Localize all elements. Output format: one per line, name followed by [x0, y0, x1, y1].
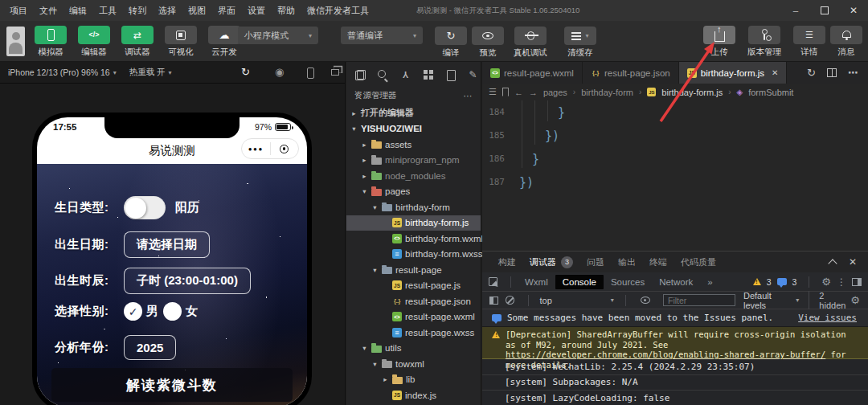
gender-female-radio[interactable]	[163, 302, 182, 321]
tree-item-birthday-form-wxml[interactable]: birthday-form.wxml	[346, 231, 481, 247]
upload-button[interactable]: 上传	[698, 26, 741, 58]
birth-date-picker[interactable]: 请选择日期	[124, 231, 210, 258]
forward-icon[interactable]: →	[529, 88, 538, 97]
restart-icon[interactable]	[241, 67, 250, 77]
maximize-button[interactable]	[810, 0, 839, 21]
calendar-type-toggle[interactable]	[124, 196, 166, 219]
more-actions-icon[interactable]	[848, 68, 858, 78]
expand-panel-icon[interactable]	[828, 259, 837, 268]
tree-item-miniprogram-npm[interactable]: ▸miniprogram_npm	[346, 153, 481, 169]
editor-button[interactable]: 编辑器	[72, 26, 116, 58]
capsule-close-icon[interactable]	[271, 145, 299, 153]
breadcrumb-symbol[interactable]: formSubmit	[748, 88, 793, 97]
back-icon[interactable]: ←	[514, 88, 523, 97]
tree-item-birthday-form-folder[interactable]: ▾birthday-form	[346, 199, 481, 215]
gender-male-radio[interactable]	[124, 302, 142, 321]
hidden-messages-label[interactable]: 2 hidden	[809, 291, 850, 310]
context-select[interactable]: top▾	[534, 296, 618, 305]
split-editor-icon[interactable]	[827, 68, 837, 77]
compile-mode-select[interactable]: 普通编译 ▾	[341, 27, 423, 44]
tree-item-utils[interactable]: ▾utils	[346, 341, 481, 357]
console-settings-icon[interactable]	[850, 294, 860, 306]
filter-input[interactable]	[663, 294, 735, 306]
device-frame-icon[interactable]	[307, 68, 314, 79]
simulator-button[interactable]: 模拟器	[29, 26, 72, 58]
source-control-icon[interactable]	[399, 69, 411, 81]
tab-result-page-wxml[interactable]: result-page.wxml	[482, 62, 583, 84]
tree-item-towxml[interactable]: ▾towxml	[346, 356, 481, 372]
tree-item-result-page-wxml[interactable]: result-page.wxml	[346, 309, 481, 325]
tree-item-assets[interactable]: ▸assets	[346, 137, 481, 153]
outline-icon[interactable]	[489, 87, 497, 97]
menu-edit[interactable]: 编辑	[69, 5, 87, 17]
menu-project[interactable]: 项目	[10, 5, 27, 17]
preview-button[interactable]: 预览	[466, 27, 510, 59]
code-editor[interactable]: 184} 185}) 186} 187})	[482, 100, 868, 251]
log-levels-select[interactable]: Default levels▾	[743, 291, 799, 310]
live-expression-icon[interactable]	[641, 297, 650, 304]
bookmark-icon[interactable]	[502, 88, 509, 96]
menu-select[interactable]: 选择	[158, 5, 176, 17]
breadcrumb-birthday-form[interactable]: birthday-form	[581, 88, 633, 97]
devtools-tab-network[interactable]: Network	[652, 275, 700, 289]
submit-button[interactable]: 解读紫微斗数	[51, 368, 293, 402]
tree-item-birthday-form-js[interactable]: birthday-form.js	[346, 215, 481, 231]
breadcrumb-pages[interactable]: pages	[543, 88, 567, 97]
tree-item-open-editors[interactable]: ▸打开的编辑器	[346, 105, 481, 121]
view-issues-link[interactable]: View issues	[798, 313, 857, 323]
menu-interface[interactable]: 界面	[218, 5, 235, 17]
tree-item-result-page-wxss[interactable]: result-page.wxss	[346, 325, 481, 341]
tree-item-node-modules[interactable]: ▸node_modules	[346, 168, 481, 184]
menu-tools[interactable]: 工具	[99, 5, 117, 17]
search-icon[interactable]	[377, 69, 389, 81]
version-control-button[interactable]: 版本管理	[738, 26, 791, 58]
device-debug-button[interactable]: 真机调试	[505, 27, 556, 59]
gear-icon[interactable]	[821, 276, 831, 288]
tab-problems[interactable]: 问题	[587, 256, 604, 268]
menu-goto[interactable]: 转到	[129, 5, 146, 17]
tree-item-root[interactable]: ▾YISHUOZIWEI	[346, 121, 481, 137]
tab-output[interactable]: 输出	[618, 256, 636, 268]
devtools-tab-sources[interactable]: Sources	[604, 275, 652, 289]
devtools-tab-wxml[interactable]: Wxml	[518, 275, 555, 289]
menu-view[interactable]: 视图	[188, 5, 206, 17]
windows-icon[interactable]	[331, 69, 339, 76]
year-picker[interactable]: 2025	[124, 335, 176, 360]
birth-hour-picker[interactable]: 子时 (23:00-01:00)	[124, 268, 251, 294]
more-actions-icon[interactable]: ⋯	[464, 91, 473, 100]
close-tab-icon[interactable]: ✕	[772, 68, 778, 77]
tree-item-birthday-form-wxss[interactable]: birthday-form.wxss	[346, 247, 481, 263]
deprecation-link[interactable]: https://developer.chrome.com/blog/enabli…	[506, 350, 825, 359]
visualization-button[interactable]: 可视化	[159, 26, 203, 58]
dock-side-icon[interactable]	[852, 278, 862, 286]
clear-console-icon[interactable]	[506, 296, 514, 305]
menu-settings[interactable]: 设置	[248, 5, 265, 17]
inspect-element-icon[interactable]	[489, 277, 497, 286]
edit-icon[interactable]	[467, 69, 479, 81]
console-sidebar-icon[interactable]	[489, 297, 498, 305]
tree-item-result-page-json[interactable]: result-page.json	[346, 293, 481, 309]
close-panel-icon[interactable]: ✕	[849, 256, 857, 268]
tab-debugger[interactable]: 调试器3	[530, 256, 573, 268]
more-tabs-icon[interactable]: »	[700, 275, 719, 289]
tree-item-result-page-js[interactable]: result-page.js	[346, 278, 481, 294]
files-icon[interactable]	[354, 69, 366, 81]
debugger-button[interactable]: 调试器	[116, 26, 159, 58]
tree-item-result-page-folder[interactable]: ▾result-page	[346, 262, 481, 278]
clear-cache-button[interactable]: ▾ 清缓存	[556, 27, 604, 59]
tree-item-lib[interactable]: ▸lib	[346, 372, 481, 388]
file-icon[interactable]	[444, 69, 457, 81]
tab-build[interactable]: 构建	[498, 256, 516, 268]
sync-icon[interactable]	[807, 68, 816, 78]
messages-button[interactable]: 消息	[825, 26, 868, 58]
tab-terminal[interactable]: 终端	[649, 256, 667, 268]
record-icon[interactable]	[275, 67, 284, 77]
tab-birthday-form-js[interactable]: birthday-form.js✕	[679, 62, 788, 84]
close-button[interactable]	[839, 0, 868, 21]
devtools-tab-console[interactable]: Console	[555, 275, 604, 289]
tree-item-index-js[interactable]: index.js	[346, 387, 481, 403]
minimize-button[interactable]	[781, 0, 810, 21]
menu-wechat-devtools[interactable]: 微信开发者工具	[307, 5, 369, 17]
avatar[interactable]	[6, 27, 25, 56]
device-select[interactable]: iPhone 12/13 (Pro) 96% 16▾	[8, 68, 117, 77]
